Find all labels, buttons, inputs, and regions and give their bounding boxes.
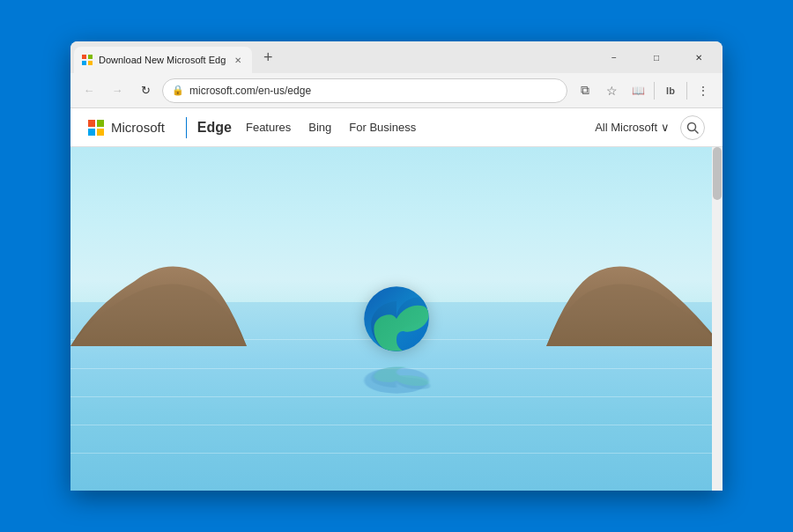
site-nav: Microsoft Edge Features Bing For Busines… (70, 108, 723, 147)
new-tab-button[interactable]: + (256, 45, 280, 70)
refresh-button[interactable]: ↻ (134, 79, 157, 102)
window-controls: − □ ✕ (590, 41, 723, 73)
nav-link-bing[interactable]: Bing (308, 121, 331, 134)
edge-logo (361, 284, 432, 354)
toolbar-divider (654, 82, 655, 100)
toolbar-icons: ⧉ ☆ 📖 Ib ⋮ (573, 78, 715, 103)
url-text: microsoft.com/en-us/edge (189, 85, 558, 97)
browser-window: Download New Microsoft Edg ✕ + − □ ✕ ← →… (70, 41, 723, 491)
scrollbar[interactable] (712, 147, 723, 491)
tab-title: Download New Microsoft Edg (99, 55, 226, 65)
search-button[interactable] (680, 115, 705, 140)
microsoft-logo-text: Microsoft (111, 120, 165, 135)
tab-area: Download New Microsoft Edg ✕ + (70, 41, 590, 73)
all-microsoft-button[interactable]: All Microsoft ∨ (595, 121, 670, 134)
active-tab[interactable]: Download New Microsoft Edg ✕ (74, 47, 252, 73)
nav-divider (186, 117, 187, 138)
scrollbar-thumb[interactable] (713, 147, 722, 200)
maximize-button[interactable]: □ (636, 44, 677, 70)
edge-brand-text: Edge (197, 120, 232, 136)
back-button[interactable]: ← (78, 79, 100, 102)
close-button[interactable]: ✕ (678, 44, 719, 70)
forward-button[interactable]: → (106, 79, 129, 102)
tab-close-button[interactable]: ✕ (231, 53, 245, 67)
ms-logo[interactable]: Microsoft (88, 120, 165, 136)
collections-icon[interactable]: 📖 (626, 78, 650, 103)
copy-icon[interactable]: ⧉ (573, 78, 597, 103)
ripple-3 (70, 396, 723, 397)
hero-area (70, 147, 723, 491)
tab-favicon (81, 54, 93, 66)
immersive-reader-icon[interactable]: Ib (658, 78, 683, 103)
nav-link-features[interactable]: Features (246, 121, 291, 134)
ripple-5 (70, 453, 723, 454)
ripple-4 (70, 425, 723, 425)
svg-line-1 (695, 129, 699, 133)
hill-left (70, 240, 247, 346)
toolbar-divider-2 (686, 82, 687, 100)
lock-icon: 🔒 (172, 85, 184, 96)
address-input[interactable]: 🔒 microsoft.com/en-us/edge (162, 78, 567, 103)
title-bar: Download New Microsoft Edg ✕ + − □ ✕ (70, 41, 723, 73)
nav-link-forbusiness[interactable]: For Business (349, 121, 416, 134)
edge-logo-reflection (361, 366, 432, 395)
hill-right (546, 240, 723, 346)
favorites-icon[interactable]: ☆ (599, 78, 624, 103)
minimize-button[interactable]: − (594, 44, 634, 70)
menu-icon[interactable]: ⋮ (691, 78, 715, 103)
nav-right: All Microsoft ∨ (595, 115, 705, 140)
address-bar: ← → ↻ 🔒 microsoft.com/en-us/edge ⧉ ☆ 📖 I… (70, 73, 723, 108)
hero-background (70, 147, 723, 491)
